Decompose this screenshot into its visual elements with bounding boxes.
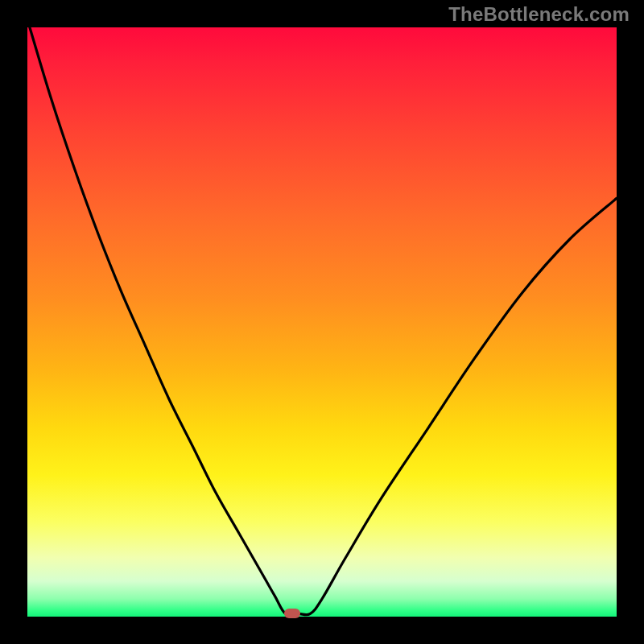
chart-frame: TheBottleneck.com [0,0,644,644]
optimal-marker [284,609,300,618]
bottleneck-curve [27,27,617,617]
gradient-plot-area [27,27,617,617]
watermark-text: TheBottleneck.com [448,3,630,26]
